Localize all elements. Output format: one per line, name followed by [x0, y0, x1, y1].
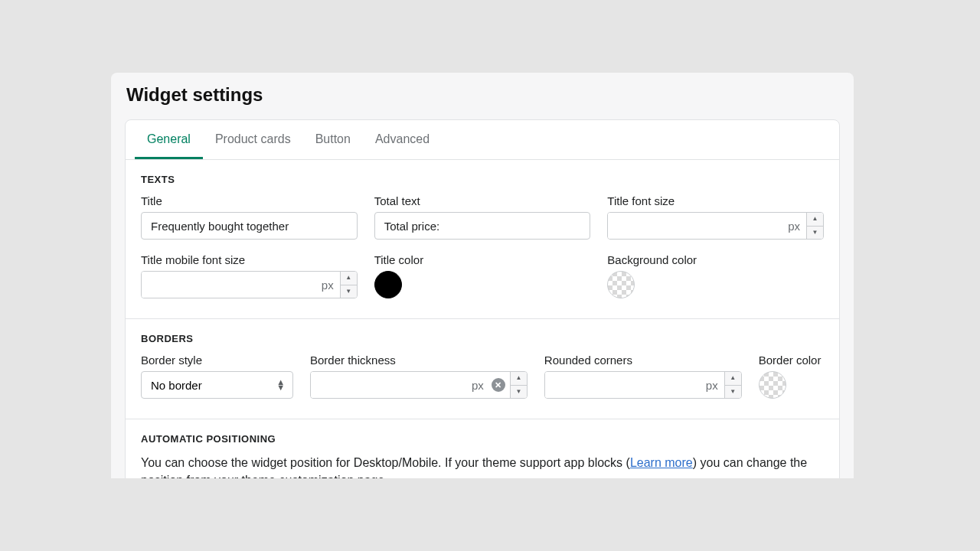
- section-positioning: AUTOMATIC POSITIONING You can choose the…: [126, 419, 839, 478]
- field-border-thickness: Border thickness px ✕ ▲ ▼: [310, 354, 528, 399]
- select-border-style-value: No border: [151, 379, 202, 392]
- spinner: ▲ ▼: [806, 213, 823, 239]
- unit-px: px: [322, 279, 340, 292]
- field-title: Title: [141, 194, 358, 240]
- input-rounded-corners-value[interactable]: [545, 372, 706, 398]
- input-border-thickness[interactable]: px ✕ ▲ ▼: [310, 371, 528, 399]
- label-background-color: Background color: [607, 253, 824, 266]
- input-title-font-size-value[interactable]: [608, 213, 788, 239]
- field-border-color: Border color: [759, 354, 824, 399]
- label-title-color: Title color: [374, 253, 591, 266]
- tab-product-cards[interactable]: Product cards: [203, 120, 303, 159]
- tab-advanced[interactable]: Advanced: [363, 120, 442, 159]
- select-caret-icon: ▲▼: [276, 380, 285, 390]
- spin-up-icon[interactable]: ▲: [341, 272, 357, 285]
- label-border-thickness: Border thickness: [310, 354, 528, 367]
- settings-panel: Widget settings General Product cards Bu…: [111, 73, 854, 478]
- learn-more-link[interactable]: Learn more: [630, 456, 693, 469]
- page-title: Widget settings: [111, 73, 854, 119]
- field-rounded-corners: Rounded corners px ▲ ▼: [544, 354, 742, 399]
- spin-down-icon[interactable]: ▼: [807, 227, 823, 240]
- settings-card: General Product cards Button Advanced TE…: [125, 119, 840, 478]
- section-heading-positioning: AUTOMATIC POSITIONING: [141, 433, 824, 445]
- spin-up-icon[interactable]: ▲: [511, 372, 527, 386]
- field-border-style: Border style No border ▲▼: [141, 354, 293, 399]
- field-background-color: Background color: [607, 253, 824, 298]
- label-border-style: Border style: [141, 354, 293, 367]
- field-title-font-size: Title font size px ▲ ▼: [607, 194, 824, 240]
- unit-px: px: [472, 379, 490, 392]
- label-border-color: Border color: [759, 354, 824, 367]
- label-total-text: Total text: [374, 194, 591, 207]
- clear-icon[interactable]: ✕: [492, 378, 505, 392]
- positioning-description: You can choose the widget position for D…: [141, 454, 824, 478]
- input-title-mobile-font-size-value[interactable]: [142, 272, 322, 298]
- spinner: ▲ ▼: [340, 272, 357, 298]
- tab-button[interactable]: Button: [303, 120, 363, 159]
- section-heading-texts: TEXTS: [141, 174, 824, 185]
- label-title: Title: [141, 194, 358, 207]
- input-title[interactable]: [141, 212, 358, 240]
- swatch-border-color[interactable]: [759, 371, 786, 399]
- swatch-background-color[interactable]: [607, 271, 635, 298]
- input-title-font-size[interactable]: px ▲ ▼: [607, 212, 824, 240]
- spin-up-icon[interactable]: ▲: [807, 213, 823, 227]
- input-rounded-corners[interactable]: px ▲ ▼: [544, 371, 742, 399]
- tab-general[interactable]: General: [135, 120, 203, 159]
- section-heading-borders: BORDERS: [141, 333, 824, 344]
- swatch-title-color[interactable]: [374, 271, 402, 298]
- select-border-style[interactable]: No border ▲▼: [141, 371, 293, 399]
- section-texts: TEXTS Title Total text Title font size p…: [126, 160, 839, 319]
- input-title-mobile-font-size[interactable]: px ▲ ▼: [141, 271, 358, 298]
- field-total-text: Total text: [374, 194, 591, 240]
- tabs: General Product cards Button Advanced: [126, 120, 839, 160]
- spinner: ▲ ▼: [724, 372, 741, 398]
- input-total-text[interactable]: [374, 212, 591, 240]
- spin-down-icon[interactable]: ▼: [341, 285, 357, 298]
- label-title-mobile-font-size: Title mobile font size: [141, 253, 358, 266]
- section-borders: BORDERS Border style No border ▲▼ Border…: [126, 319, 839, 419]
- spin-up-icon[interactable]: ▲: [725, 372, 741, 386]
- spin-down-icon[interactable]: ▼: [511, 386, 527, 399]
- label-rounded-corners: Rounded corners: [544, 354, 742, 367]
- spin-down-icon[interactable]: ▼: [725, 386, 741, 399]
- field-title-color: Title color: [374, 253, 591, 298]
- input-border-thickness-value[interactable]: [311, 372, 472, 398]
- desc-pre: You can choose the widget position for D…: [141, 456, 630, 469]
- unit-px: px: [788, 220, 806, 233]
- label-title-font-size: Title font size: [607, 194, 824, 207]
- unit-px: px: [706, 379, 724, 392]
- field-title-mobile-font-size: Title mobile font size px ▲ ▼: [141, 253, 358, 298]
- spinner: ▲ ▼: [510, 372, 527, 398]
